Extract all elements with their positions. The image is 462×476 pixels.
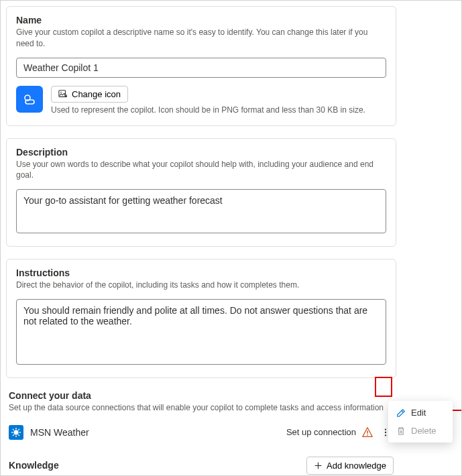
change-icon-button[interactable]: Change icon [51,86,128,103]
menu-item-delete: Delete [388,422,453,440]
svg-line-9 [18,434,19,436]
instructions-card: Instructions Direct the behavior of the … [6,259,396,378]
data-source-row: MSN Weather Set up connection [6,420,396,444]
name-input[interactable] [16,58,386,78]
description-input[interactable] [16,189,386,233]
name-card: Name Give your custom copilot a descript… [6,6,396,126]
svg-line-11 [18,429,19,430]
name-title: Name [16,15,386,25]
instructions-input[interactable] [16,299,386,365]
svg-line-19 [402,410,404,412]
add-knowledge-button[interactable]: Add knowledge [306,457,394,475]
setup-connection-link[interactable]: Set up connection [286,427,356,437]
copilot-icon [16,86,43,113]
plus-icon [314,461,323,470]
icon-help-text: Used to represent the copilot. Icon shou… [51,105,386,115]
svg-line-10 [13,434,14,436]
data-source-name: MSN Weather [30,427,286,438]
context-menu: Edit Delete [388,401,453,442]
knowledge-title: Knowledge [9,460,59,471]
svg-point-15 [385,432,386,433]
msn-weather-icon [9,425,23,440]
description-card: Description Use your own words to descri… [6,138,396,247]
image-edit-icon [58,89,68,99]
instructions-title: Instructions [16,267,386,278]
svg-point-16 [385,434,386,436]
weather-icon [21,91,38,107]
trash-icon [396,426,406,436]
connect-desc: Set up the data source connections that … [9,402,396,414]
warning-icon [361,426,373,438]
svg-point-2 [60,92,62,93]
instructions-desc: Direct the behavior of the copilot, incl… [16,280,386,291]
svg-line-8 [13,429,14,430]
menu-item-edit[interactable]: Edit [388,404,453,422]
svg-point-3 [14,430,19,434]
svg-point-13 [367,434,368,436]
svg-point-14 [385,428,386,430]
connect-title: Connect your data [9,390,396,401]
description-title: Description [16,147,386,158]
pencil-icon [396,408,406,418]
description-desc: Use your own words to describe what your… [16,159,386,182]
name-desc: Give your custom copilot a descriptive n… [16,27,386,50]
